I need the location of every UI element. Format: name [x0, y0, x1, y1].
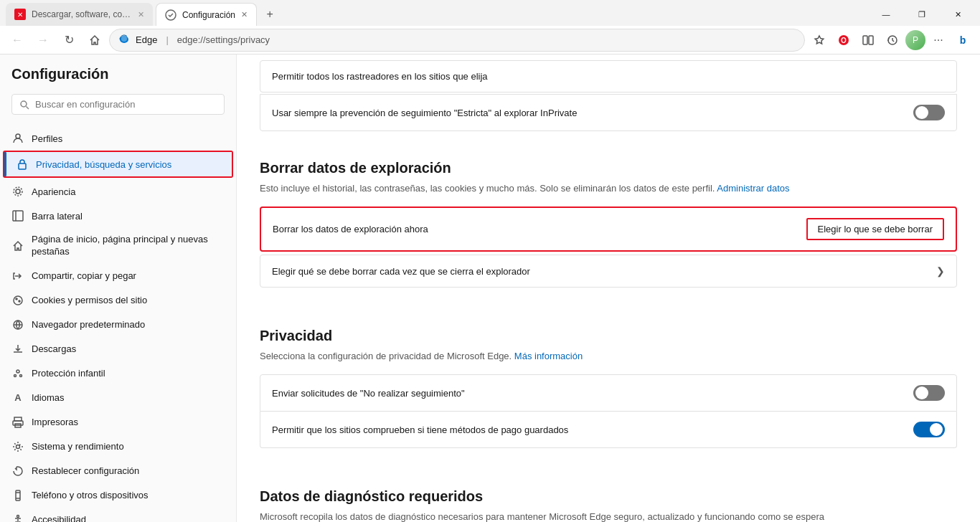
sidebar-item-label: Cookies y permisos del sitio: [32, 295, 147, 305]
svg-point-24: [20, 374, 22, 376]
telefono-icon: [11, 489, 24, 502]
sidebar-item-label: Página de inicio, página principal y nue…: [32, 234, 225, 258]
sidebar-item-navegador[interactable]: Navegador predeterminado: [0, 313, 236, 337]
clear-now-label: Borrar los datos de exploración ahora: [273, 224, 428, 234]
auto-clear-row[interactable]: Elegir qué se debe borrar cada vez que s…: [260, 255, 957, 288]
svg-rect-26: [13, 421, 23, 425]
sidebar-item-label: Compartir, copiar y pegar: [32, 270, 136, 281]
sidebar-item-privacidad[interactable]: Privacidad, búsqueda y servicios: [4, 152, 232, 176]
section-browse: Borrar datos de exploración Esto incluye…: [260, 143, 957, 288]
sidebar-item-label: Accesibilidad: [32, 514, 86, 522]
home-button[interactable]: [83, 29, 106, 52]
clear-now-button[interactable]: Elegir lo que se debe borrar: [806, 218, 944, 240]
address-separator: |: [166, 34, 168, 45]
history-button[interactable]: [881, 29, 904, 52]
sidebar-item-label: Descargas: [32, 343, 76, 354]
tabs-row: ✕ Descargar, software, controlado... ✕ C…: [0, 0, 980, 26]
sidebar-item-cookies[interactable]: Cookies y permisos del sitio: [0, 288, 236, 313]
toolbar-right: O P ··· b: [808, 29, 974, 52]
sidebar-item-telefono[interactable]: Teléfono y otros dispositivos: [0, 483, 236, 508]
search-input[interactable]: [35, 99, 217, 110]
privacy-section-title: Privacidad: [260, 310, 957, 344]
sidebar-item-label: Perfiles: [32, 133, 62, 144]
adblocker-button[interactable]: O: [832, 29, 855, 52]
sidebar-item-barra-lateral[interactable]: Barra lateral: [0, 204, 236, 228]
sidebar-item-descargas[interactable]: Descargas: [0, 337, 236, 361]
svg-point-10: [21, 101, 27, 107]
svg-point-19: [16, 298, 17, 300]
sidebar-item-label: Protección infantil: [32, 368, 105, 379]
sidebar-item-restablecer[interactable]: Restablecer configuración: [0, 459, 236, 483]
refresh-button[interactable]: ↻: [57, 29, 80, 52]
barra-lateral-icon: [11, 209, 24, 222]
svg-rect-29: [16, 490, 20, 500]
window-controls: — ❐ ✕: [870, 3, 974, 26]
toggle-thumb: [915, 386, 928, 399]
active-item-wrapper: Privacidad, búsqueda y servicios: [3, 151, 233, 178]
address-bar[interactable]: Edge | edge://settings/privacy: [109, 29, 805, 52]
inprivate-label: Usar siempre la prevención de seguimient…: [272, 108, 577, 118]
favorites-button[interactable]: [808, 29, 831, 52]
toggle-thumb: [915, 106, 928, 119]
tab1-close[interactable]: ✕: [138, 10, 144, 19]
profile-avatar[interactable]: P: [905, 30, 925, 50]
accesibilidad-icon: [11, 513, 24, 522]
tab-2[interactable]: Configuración ✕: [156, 3, 257, 26]
sidebar-item-label: Navegador predeterminado: [32, 319, 145, 330]
svg-point-23: [14, 374, 17, 376]
tab-1[interactable]: ✕ Descargar, software, controlado... ✕: [6, 3, 153, 26]
more-info-link[interactable]: Más información: [514, 351, 583, 361]
cookies-icon: [11, 294, 24, 307]
privacy-section-desc: Selecciona la configuración de privacida…: [260, 350, 957, 363]
more-button[interactable]: ···: [927, 29, 950, 52]
diagnostic-section-desc: Microsoft recopila los datos de diagnóst…: [260, 511, 957, 522]
sidebar-item-label: Privacidad, búsqueda y servicios: [36, 159, 171, 170]
back-button[interactable]: ←: [6, 29, 29, 52]
sidebar-item-apariencia[interactable]: Apariencia: [0, 179, 236, 204]
sidebar-item-pagina-inicio[interactable]: Página de inicio, página principal y nue…: [0, 228, 236, 264]
bing-copilot-button[interactable]: b: [951, 29, 974, 52]
tab2-title: Configuración: [182, 10, 235, 20]
new-tab-button[interactable]: +: [260, 4, 280, 24]
proteccion-icon: [11, 367, 24, 380]
inprivate-toggle[interactable]: [913, 105, 945, 120]
sidebar-item-sistema[interactable]: Sistema y rendimiento: [0, 435, 236, 459]
browse-section-title: Borrar datos de exploración: [260, 143, 957, 176]
impresoras-icon: [11, 416, 24, 429]
main-layout: Configuración Perfiles Privacidad, búsqu…: [0, 54, 980, 522]
payment-toggle[interactable]: [913, 422, 945, 437]
browser-chrome: ✕ Descargar, software, controlado... ✕ C…: [0, 0, 980, 54]
svg-rect-13: [19, 163, 26, 169]
sidebar-title: Configuración: [0, 66, 236, 94]
sidebar-item-compartir[interactable]: Compartir, copiar y pegar: [0, 264, 236, 288]
sidebar-item-accesibilidad[interactable]: Accesibilidad: [0, 508, 236, 522]
svg-point-14: [16, 189, 20, 194]
sidebar-item-idiomas[interactable]: A Idiomas: [0, 386, 236, 410]
minimize-button[interactable]: —: [870, 3, 903, 26]
svg-point-22: [17, 370, 19, 373]
browse-section-desc: Esto incluye el historial, las contraseñ…: [260, 182, 957, 195]
sistema-icon: [11, 440, 24, 453]
forward-button[interactable]: →: [32, 29, 55, 52]
svg-point-15: [14, 187, 22, 196]
sidebar-item-impresoras[interactable]: Impresoras: [0, 410, 236, 435]
dnt-toggle[interactable]: [913, 385, 945, 401]
sidebar-item-label: Apariencia: [32, 186, 75, 197]
split-view-button[interactable]: [857, 29, 880, 52]
tab2-close[interactable]: ✕: [241, 10, 248, 19]
sidebar-item-proteccion[interactable]: Protección infantil: [0, 361, 236, 386]
restablecer-icon: [11, 465, 24, 478]
close-button[interactable]: ✕: [941, 3, 974, 26]
chevron-right-icon: ❯: [936, 265, 945, 277]
content-area: Permitir todos los rastreadores en los s…: [237, 54, 980, 522]
search-box[interactable]: [11, 94, 225, 115]
clear-data-row: Borrar los datos de exploración ahora El…: [260, 207, 957, 252]
top-row-label: Permitir todos los rastreadores en los s…: [272, 71, 488, 82]
svg-text:✕: ✕: [17, 11, 23, 19]
restore-button[interactable]: ❐: [905, 3, 938, 26]
descargas-icon: [11, 343, 24, 356]
manage-data-link[interactable]: Administrar datos: [717, 183, 789, 194]
auto-clear-label: Elegir qué se debe borrar cada vez que s…: [272, 266, 530, 277]
svg-point-20: [19, 300, 20, 302]
sidebar-item-perfiles[interactable]: Perfiles: [0, 126, 236, 151]
